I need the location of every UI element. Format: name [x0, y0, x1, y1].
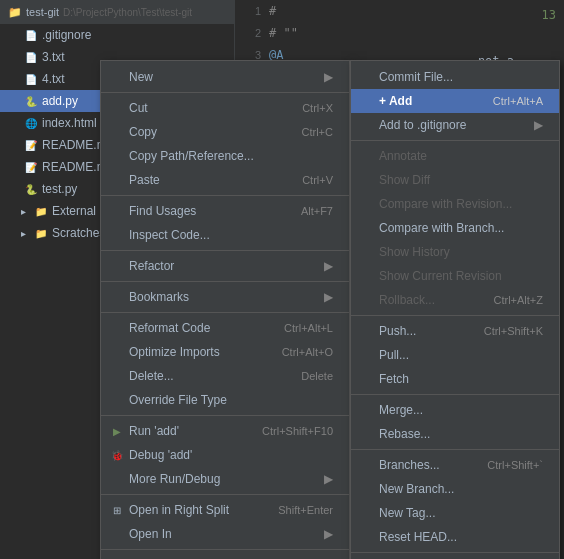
submenu-separator-5: [351, 552, 559, 553]
sidebar-item-label: README.m: [42, 160, 107, 174]
menu-item-overridefiletype[interactable]: Override File Type: [101, 388, 349, 412]
submenu-item-add[interactable]: + Add Ctrl+Alt+A: [351, 89, 559, 113]
submenu-item-branches[interactable]: Branches... Ctrl+Shift+`: [351, 453, 559, 477]
file-icon-indexhtml: 🌐: [24, 116, 38, 130]
submenu-item-label: Commit File...: [379, 70, 453, 84]
menu-item-label: More Run/Debug: [129, 472, 220, 486]
menu-item-optimizeimports[interactable]: Optimize Imports Ctrl+Alt+O: [101, 340, 349, 364]
menu-item-runadd[interactable]: ▶ Run 'add' Ctrl+Shift+F10: [101, 419, 349, 443]
sidebar-item-label: test.py: [42, 182, 77, 196]
submenu-item-annotate[interactable]: Annotate: [351, 144, 559, 168]
editor-line-1: 1 #: [235, 0, 564, 22]
menu-item-label: Copy: [129, 125, 157, 139]
submenu-item-label: Push...: [379, 324, 416, 338]
menu-item-localhistory[interactable]: Local History ▶: [101, 553, 349, 559]
submenu-item-label: Merge...: [379, 403, 423, 417]
submenu-git: Commit File... + Add Ctrl+Alt+A Add to .…: [350, 60, 560, 559]
menu-item-label: Debug 'add': [129, 448, 192, 462]
submenu-item-label: Show Current Revision: [379, 269, 502, 283]
shortcut-runadd: Ctrl+Shift+F10: [262, 425, 333, 437]
menu-item-label: Find Usages: [129, 204, 196, 218]
submenu-item-commitfile[interactable]: Commit File...: [351, 65, 559, 89]
submenu-item-comparewithbranch[interactable]: Compare with Branch...: [351, 216, 559, 240]
menu-item-label: Copy Path/Reference...: [129, 149, 254, 163]
line-number-1: 1: [239, 5, 269, 17]
submenu-item-addgitignore[interactable]: Add to .gitignore ▶: [351, 113, 559, 137]
submenu-item-comparewithrevision[interactable]: Compare with Revision...: [351, 192, 559, 216]
menu-item-label: Reformat Code: [129, 321, 210, 335]
menu-item-label: Paste: [129, 173, 160, 187]
context-menu: New ▶ Cut Ctrl+X Copy Ctrl+C Copy Path/R…: [100, 60, 350, 559]
editor-number: 13: [542, 8, 556, 22]
submenu-item-showcurrentrevision[interactable]: Show Current Revision: [351, 264, 559, 288]
menu-item-openrightsplit[interactable]: ⊞ Open in Right Split Shift+Enter: [101, 498, 349, 522]
sidebar-item-label: 4.txt: [42, 72, 65, 86]
project-title: test-git: [26, 6, 59, 18]
line-number-2: 2: [239, 27, 269, 39]
shortcut-add: Ctrl+Alt+A: [493, 95, 543, 107]
shortcut-openrightsplit: Shift+Enter: [278, 504, 333, 516]
submenu-item-label: New Tag...: [379, 506, 435, 520]
menu-item-new[interactable]: New ▶: [101, 65, 349, 89]
file-icon-testpy: 🐍: [24, 182, 38, 196]
menu-item-morerundebug[interactable]: More Run/Debug ▶: [101, 467, 349, 491]
menu-item-label: New: [129, 70, 153, 84]
menu-item-bookmarks[interactable]: Bookmarks ▶: [101, 285, 349, 309]
menu-item-delete[interactable]: Delete... Delete: [101, 364, 349, 388]
submenu-separator-2: [351, 315, 559, 316]
submenu-item-newbranch[interactable]: New Branch...: [351, 477, 559, 501]
menu-item-reformat[interactable]: Reformat Code Ctrl+Alt+L: [101, 316, 349, 340]
menu-separator-6: [101, 415, 349, 416]
submenu-item-label: Annotate: [379, 149, 427, 163]
menu-item-label: Optimize Imports: [129, 345, 220, 359]
file-icon-readme2: 📝: [24, 160, 38, 174]
submenu-item-push[interactable]: Push... Ctrl+Shift+K: [351, 319, 559, 343]
menu-item-paste[interactable]: Paste Ctrl+V: [101, 168, 349, 192]
arrow-icon-bookmarks: ▶: [324, 290, 333, 304]
submenu-item-showhistory[interactable]: Show History: [351, 240, 559, 264]
run-icon: ▶: [109, 423, 125, 439]
submenu-item-rebase[interactable]: Rebase...: [351, 422, 559, 446]
submenu-item-label: New Branch...: [379, 482, 454, 496]
menu-item-copypath[interactable]: Copy Path/Reference...: [101, 144, 349, 168]
submenu-item-newtag[interactable]: New Tag...: [351, 501, 559, 525]
submenu-item-label: Rebase...: [379, 427, 430, 441]
sidebar-item-gitignore[interactable]: 📄 .gitignore: [0, 24, 234, 46]
project-path: D:\ProjectPython\Test\test-git: [63, 7, 192, 18]
menu-item-openin[interactable]: Open In ▶: [101, 522, 349, 546]
menu-item-findusages[interactable]: Find Usages Alt+F7: [101, 199, 349, 223]
submenu-item-label: Add to .gitignore: [379, 118, 466, 132]
menu-item-label: Inspect Code...: [129, 228, 210, 242]
menu-item-label: Cut: [129, 101, 148, 115]
sidebar-item-label: 3.txt: [42, 50, 65, 64]
menu-item-label: Bookmarks: [129, 290, 189, 304]
menu-item-label: Open In: [129, 527, 172, 541]
submenu-item-fetch[interactable]: Fetch: [351, 367, 559, 391]
shortcut-delete: Delete: [301, 370, 333, 382]
menu-item-refactor[interactable]: Refactor ▶: [101, 254, 349, 278]
submenu-item-label: Show Diff: [379, 173, 430, 187]
menu-item-label: Delete...: [129, 369, 174, 383]
menu-item-debugadd[interactable]: 🐞 Debug 'add': [101, 443, 349, 467]
menu-item-label: Override File Type: [129, 393, 227, 407]
submenu-item-label: Reset HEAD...: [379, 530, 457, 544]
editor-line-2: 2 # "": [235, 22, 564, 44]
menu-item-copy[interactable]: Copy Ctrl+C: [101, 120, 349, 144]
folder-icon: 📁: [8, 6, 22, 19]
folder-icon-scratches: ▸: [16, 226, 30, 240]
menu-item-cut[interactable]: Cut Ctrl+X: [101, 96, 349, 120]
arrow-icon-gitignore: ▶: [534, 118, 543, 132]
file-icon-4txt: 📄: [24, 72, 38, 86]
submenu-item-merge[interactable]: Merge...: [351, 398, 559, 422]
submenu-separator-3: [351, 394, 559, 395]
menu-separator-2: [101, 195, 349, 196]
shortcut-branches: Ctrl+Shift+`: [487, 459, 543, 471]
menu-separator-8: [101, 549, 349, 550]
file-icon-3txt: 📄: [24, 50, 38, 64]
submenu-item-pull[interactable]: Pull...: [351, 343, 559, 367]
menu-item-inspectcode[interactable]: Inspect Code...: [101, 223, 349, 247]
submenu-item-rollback[interactable]: Rollback... Ctrl+Alt+Z: [351, 288, 559, 312]
submenu-item-showdiff[interactable]: Show Diff: [351, 168, 559, 192]
submenu-item-resethead[interactable]: Reset HEAD...: [351, 525, 559, 549]
menu-separator-5: [101, 312, 349, 313]
